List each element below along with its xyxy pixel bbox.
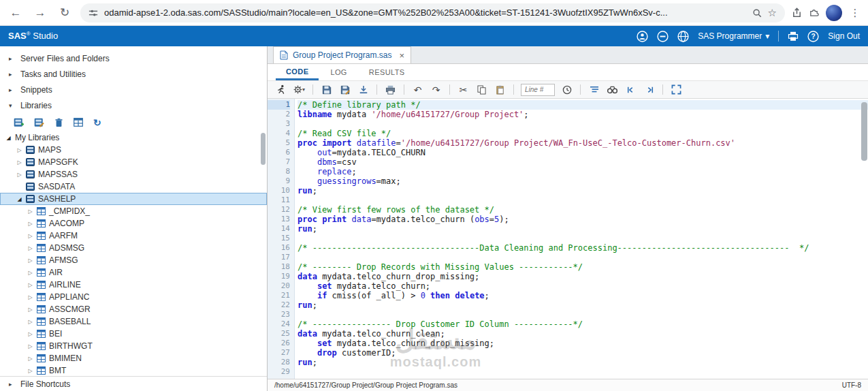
expander-collapsed-icon[interactable]: ▷ <box>27 270 33 276</box>
code-line[interactable]: set mydata.telco_churn_drop_missing; <box>298 339 868 348</box>
help-icon[interactable]: ? <box>807 31 819 42</box>
forward-icon[interactable]: → <box>31 4 49 22</box>
tree-item--cmpidx-[interactable]: ▷_CMPIDX_ <box>0 205 267 217</box>
tab-log[interactable]: LOG <box>320 64 357 80</box>
tree-item-asscmgr[interactable]: ▷ASSCMGR <box>0 303 267 315</box>
code-line[interactable]: data mydata.telco_churn_drop_missing; <box>298 272 868 281</box>
code-line[interactable] <box>298 253 868 262</box>
goto-line-input[interactable] <box>521 84 555 96</box>
code-line[interactable] <box>298 367 868 377</box>
sidebar-section-libraries[interactable]: ▾ Libraries <box>0 97 267 113</box>
code-line[interactable]: proc print data=mydata.telco_churn (obs=… <box>298 215 868 224</box>
account-icon[interactable] <box>637 31 648 42</box>
feedback-icon[interactable] <box>657 31 669 42</box>
tree-item-air[interactable]: ▷AIR <box>0 266 267 279</box>
expander-expanded-icon[interactable]: ◢ <box>16 196 22 202</box>
extensions-icon[interactable] <box>809 7 819 18</box>
code-line[interactable]: proc import datafile='/home/u64151727/Gr… <box>298 138 868 148</box>
expander-collapsed-icon[interactable]: ▷ <box>27 282 33 288</box>
code-line[interactable] <box>298 196 868 205</box>
code-text-area[interactable]: /* Define library path */libname mydata … <box>295 99 868 379</box>
code-line[interactable]: out=mydata.TELCO_CHURN <box>298 148 868 157</box>
code-line[interactable]: set mydata.telco_churn; <box>298 281 868 291</box>
share-icon[interactable] <box>792 7 802 18</box>
code-line[interactable]: libname mydata '/home/u64151727/Group Pr… <box>298 110 868 119</box>
expander-collapsed-icon[interactable]: ▷ <box>27 233 33 239</box>
tree-item-sashelp[interactable]: ◢SASHELP <box>0 193 267 205</box>
tab-results[interactable]: RESULTS <box>359 64 415 80</box>
bookmark-star-icon[interactable]: ☆ <box>768 7 777 19</box>
code-line[interactable] <box>298 119 868 129</box>
code-line[interactable]: run; <box>298 358 868 367</box>
expander-collapsed-icon[interactable]: ▷ <box>16 172 22 178</box>
code-line[interactable]: guessingrows=max; <box>298 176 868 186</box>
expander-collapsed-icon[interactable]: ▷ <box>16 147 22 153</box>
find-replace-button[interactable] <box>606 83 619 97</box>
edit-library-button[interactable] <box>34 118 44 127</box>
tab-code[interactable]: CODE <box>276 64 319 80</box>
code-line[interactable]: /* Read CSV file */ <box>298 129 868 138</box>
code-line[interactable]: /* -------- Drop Records with Missing Va… <box>298 262 868 272</box>
delete-icon[interactable] <box>54 118 63 127</box>
tree-item-mapsgfk[interactable]: ▷MAPSGFK <box>0 156 267 168</box>
back-icon[interactable]: ← <box>7 4 25 22</box>
tree-item-airline[interactable]: ▷AIRLINE <box>0 279 267 291</box>
tree-item-my-libraries[interactable]: ◢My Libraries <box>0 131 267 144</box>
code-line[interactable]: run; <box>298 224 868 234</box>
code-line[interactable]: dbms=csv <box>298 157 868 167</box>
code-line[interactable]: run; <box>298 186 868 196</box>
expander-collapsed-icon[interactable]: ▸ <box>9 71 14 78</box>
table-view-button[interactable] <box>74 118 83 127</box>
sidebar-section-file-shortcuts[interactable]: ▸ File Shortcuts <box>0 376 267 391</box>
site-info-icon[interactable] <box>89 8 98 18</box>
menu-kebab-icon[interactable]: ⋮ <box>849 7 861 19</box>
globe-icon[interactable] <box>677 31 689 42</box>
expander-collapsed-icon[interactable]: ▷ <box>27 356 33 362</box>
expander-expanded-icon[interactable]: ▾ <box>9 102 14 109</box>
undo-button[interactable]: ↶ <box>411 83 424 97</box>
expander-collapsed-icon[interactable]: ▷ <box>27 319 33 325</box>
tree-item-aarfm[interactable]: ▷AARFM <box>0 230 267 242</box>
expander-collapsed-icon[interactable]: ▷ <box>16 159 22 166</box>
new-library-button[interactable] <box>14 118 24 127</box>
code-line[interactable]: drop customerID; <box>298 348 868 358</box>
code-line[interactable] <box>298 234 868 243</box>
shift-text-left-button[interactable] <box>624 83 637 97</box>
refresh-icon[interactable]: ↻ <box>93 117 101 128</box>
print-icon[interactable] <box>788 31 799 42</box>
expander-collapsed-icon[interactable]: ▷ <box>27 245 33 251</box>
tree-item-maps[interactable]: ▷MAPS <box>0 144 267 156</box>
expander-collapsed-icon[interactable]: ▷ <box>27 221 33 227</box>
sign-out-button[interactable]: Sign Out <box>828 31 860 41</box>
code-line[interactable]: /* ---------------- Drop Customer ID Col… <box>298 319 868 329</box>
expander-collapsed-icon[interactable]: ▷ <box>27 343 33 349</box>
code-editor[interactable]: 1234567891011121314151617181920212223242… <box>268 99 868 379</box>
profile-avatar[interactable] <box>826 5 842 21</box>
submit-options-button[interactable]: ▾ <box>293 83 306 97</box>
code-line[interactable] <box>298 310 868 319</box>
redo-button[interactable]: ↷ <box>430 83 443 97</box>
expander-collapsed-icon[interactable]: ▷ <box>27 208 33 215</box>
expander-expanded-icon[interactable]: ◢ <box>5 135 12 141</box>
save-as-button[interactable] <box>338 83 351 97</box>
download-button[interactable] <box>357 83 370 97</box>
code-line[interactable]: /* View first few rows of the dataset */ <box>298 205 868 215</box>
expander-collapsed-icon[interactable]: ▸ <box>9 55 14 62</box>
copy-button[interactable] <box>475 83 488 97</box>
reload-icon[interactable]: ↻ <box>56 4 74 22</box>
address-bar[interactable]: odamid-apse1-2.oda.sas.com/SASStudio/mai… <box>80 3 785 22</box>
expander-collapsed-icon[interactable]: ▷ <box>27 257 33 264</box>
sidebar-section-server-files-and-folders[interactable]: ▸ Server Files and Folders <box>0 50 267 66</box>
tree-item-applianc[interactable]: ▷APPLIANC <box>0 291 267 303</box>
expander-collapsed-icon[interactable]: ▷ <box>27 368 33 374</box>
document-tab[interactable]: Group Project Program.sas × <box>273 46 411 63</box>
expander-collapsed-icon[interactable]: ▷ <box>27 307 33 313</box>
code-line[interactable]: run; <box>298 300 868 310</box>
code-line[interactable]: if cmiss(of _all_) > 0 then delete; <box>298 291 868 300</box>
close-icon[interactable]: × <box>396 50 404 61</box>
editor-scrollbar-thumb[interactable] <box>861 102 867 161</box>
url-text[interactable]: odamid-apse1-2.oda.sas.com/SASStudio/mai… <box>104 7 746 18</box>
paste-button[interactable] <box>494 83 507 97</box>
tree-item-mapssas[interactable]: ▷MAPSSAS <box>0 168 267 181</box>
tree-item-bmimen[interactable]: ▷BMIMEN <box>0 352 267 364</box>
